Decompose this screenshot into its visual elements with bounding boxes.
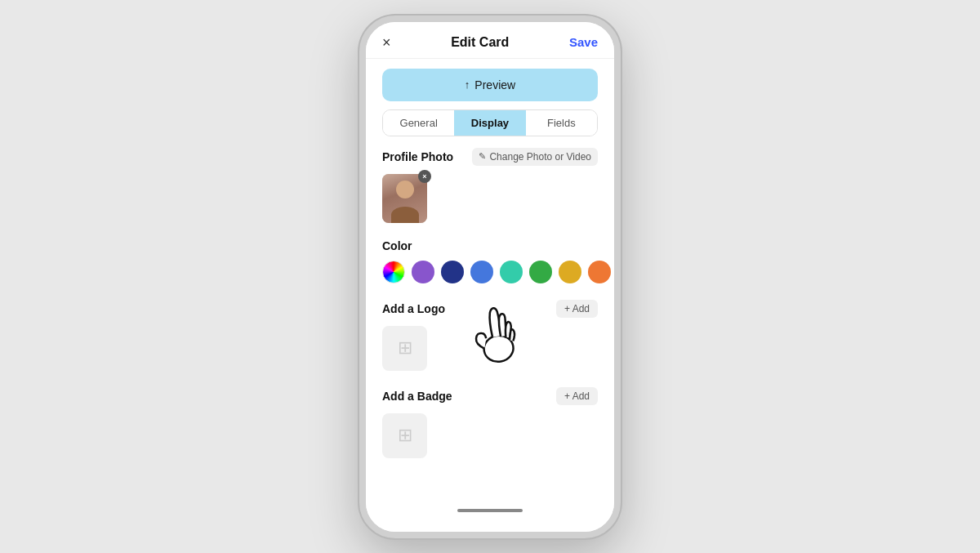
page-title: Edit Card bbox=[451, 35, 509, 50]
phone-screen: × Edit Card Save ↑ Preview General Displ… bbox=[366, 22, 614, 532]
change-photo-button[interactable]: ✎ Change Photo or Video bbox=[472, 148, 598, 166]
color-swatches bbox=[382, 261, 598, 283]
color-section: Color bbox=[382, 239, 598, 283]
color-swatch-teal[interactable] bbox=[500, 261, 523, 283]
color-swatch-green[interactable] bbox=[529, 261, 552, 283]
change-photo-label: Change Photo or Video bbox=[489, 151, 591, 163]
profile-photo-title: Profile Photo bbox=[382, 150, 453, 163]
phone-frame: × Edit Card Save ↑ Preview General Displ… bbox=[359, 16, 621, 538]
profile-photo-header: Profile Photo ✎ Change Photo or Video bbox=[382, 148, 598, 166]
save-button[interactable]: Save bbox=[569, 35, 598, 49]
badge-header: Add a Badge + Add bbox=[382, 387, 598, 405]
logo-section: Add a Logo + Add ⊞ bbox=[382, 300, 598, 371]
color-swatch-dark-blue[interactable] bbox=[441, 261, 464, 283]
logo-placeholder-icon: ⊞ bbox=[398, 337, 412, 359]
preview-icon: ↑ bbox=[465, 78, 470, 91]
tab-fields[interactable]: Fields bbox=[526, 110, 597, 136]
badge-title: Add a Badge bbox=[382, 390, 452, 403]
color-swatch-yellow[interactable] bbox=[559, 261, 581, 283]
logo-title: Add a Logo bbox=[382, 302, 445, 315]
color-swatch-medium-blue[interactable] bbox=[470, 261, 493, 283]
profile-photo-container: × bbox=[382, 174, 427, 223]
header: × Edit Card Save bbox=[366, 22, 614, 59]
home-bar bbox=[457, 509, 523, 512]
add-badge-label: + Add bbox=[564, 390, 590, 402]
add-logo-button[interactable]: + Add bbox=[556, 300, 598, 318]
logo-header: Add a Logo + Add bbox=[382, 300, 598, 318]
home-indicator bbox=[366, 499, 614, 515]
badge-placeholder-icon: ⊞ bbox=[398, 425, 412, 446]
preview-button[interactable]: ↑ Preview bbox=[382, 69, 598, 101]
color-swatch-purple[interactable] bbox=[412, 261, 434, 283]
remove-photo-button[interactable]: × bbox=[418, 170, 431, 183]
close-button[interactable]: × bbox=[382, 35, 391, 50]
preview-label: Preview bbox=[474, 78, 515, 91]
badge-section: Add a Badge + Add ⊞ bbox=[382, 387, 598, 458]
tab-bar: General Display Fields bbox=[382, 109, 598, 136]
color-swatch-rainbow[interactable] bbox=[382, 261, 405, 283]
badge-placeholder[interactable]: ⊞ bbox=[382, 413, 427, 458]
tab-display[interactable]: Display bbox=[454, 110, 525, 136]
content-area: Profile Photo ✎ Change Photo or Video × … bbox=[366, 148, 614, 499]
add-logo-label: + Add bbox=[564, 303, 590, 314]
logo-placeholder[interactable]: ⊞ bbox=[382, 326, 427, 371]
tab-general[interactable]: General bbox=[383, 110, 454, 136]
edit-icon: ✎ bbox=[479, 151, 486, 162]
add-badge-button[interactable]: + Add bbox=[556, 387, 598, 405]
color-swatch-orange[interactable] bbox=[588, 261, 611, 283]
color-section-title: Color bbox=[382, 239, 598, 252]
